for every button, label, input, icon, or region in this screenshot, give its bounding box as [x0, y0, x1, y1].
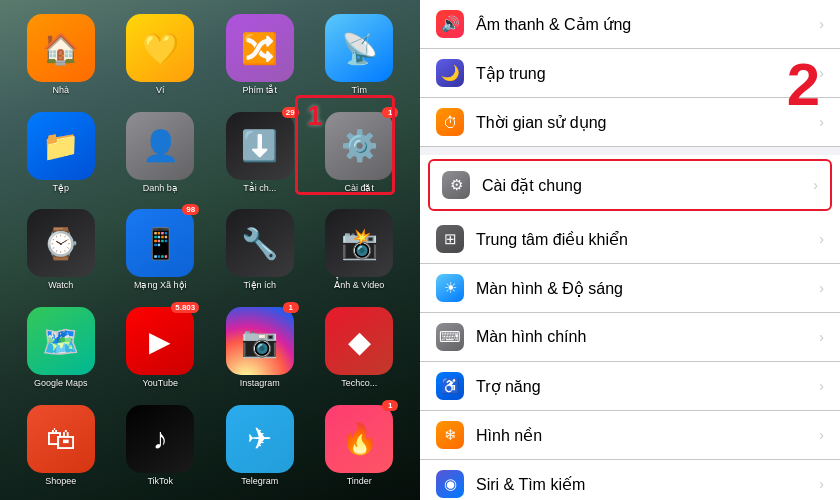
app-label-tim: Tìm — [352, 85, 368, 95]
app-label-nha: Nhà — [52, 85, 69, 95]
app-icon-shopee[interactable]: 🛍Shopee — [15, 400, 107, 490]
app-label-tiktok: TikTok — [147, 476, 173, 486]
settings-icon-general: ⚙ — [442, 171, 470, 199]
annotation-number-2: 2 — [787, 50, 820, 119]
app-label-tienich: Tiện ích — [243, 280, 276, 290]
settings-item-focus[interactable]: 🌙Tập trung› — [420, 49, 840, 98]
settings-item-screentime[interactable]: ⏱Thời gian sử dụng› — [420, 98, 840, 147]
settings-icon-control: ⊞ — [436, 225, 464, 253]
settings-icon-screentime: ⏱ — [436, 108, 464, 136]
settings-label-screentime: Thời gian sử dụng — [476, 113, 819, 132]
app-icon-youtube[interactable]: 5.803▶YouTube — [115, 303, 207, 393]
app-icon-anhvideo[interactable]: 📸Ảnh & Video — [314, 205, 406, 295]
chevron-icon-accessibility: › — [819, 378, 824, 394]
annotation-number-1: 1 — [307, 100, 323, 132]
settings-item-general[interactable]: ⚙Cài đặt chung› — [428, 159, 832, 211]
chevron-icon-focus: › — [819, 65, 824, 81]
settings-item-display[interactable]: ☀Màn hình & Độ sáng› — [420, 264, 840, 313]
settings-item-homescreen[interactable]: ⌨Màn hình chính› — [420, 313, 840, 362]
app-icon-taichieu[interactable]: 29⬇️Tải ch... — [214, 108, 306, 198]
app-label-caidat: Cài đặt — [344, 183, 374, 193]
settings-label-homescreen: Màn hình chính — [476, 328, 819, 346]
app-label-googlemaps: Google Maps — [34, 378, 88, 388]
settings-item-wallpaper[interactable]: ❄Hình nền› — [420, 411, 840, 460]
settings-label-general: Cài đặt chung — [482, 176, 813, 195]
chevron-icon-wallpaper: › — [819, 427, 824, 443]
settings-item-accessibility[interactable]: ♿Trợ năng› — [420, 362, 840, 411]
settings-icon-sound: 🔊 — [436, 10, 464, 38]
chevron-icon-screentime: › — [819, 114, 824, 130]
settings-label-sound: Âm thanh & Cảm ứng — [476, 15, 819, 34]
chevron-icon-control: › — [819, 231, 824, 247]
app-icon-tienich[interactable]: 🔧Tiện ích — [214, 205, 306, 295]
settings-label-wallpaper: Hình nền — [476, 426, 819, 445]
chevron-icon-display: › — [819, 280, 824, 296]
app-icon-watch[interactable]: ⌚Watch — [15, 205, 107, 295]
settings-item-sound[interactable]: 🔊Âm thanh & Cảm ứng› — [420, 0, 840, 49]
chevron-icon-sound: › — [819, 16, 824, 32]
app-icon-instagram[interactable]: 1📷Instagram — [214, 303, 306, 393]
app-icon-tim[interactable]: 📡Tìm — [314, 10, 406, 100]
app-icon-tinder[interactable]: 1🔥Tinder — [314, 400, 406, 490]
app-icon-caidat[interactable]: 1⚙️Cài đặt — [314, 108, 406, 198]
settings-panel: 🔊Âm thanh & Cảm ứng›🌙Tập trung›⏱Thời gia… — [420, 0, 840, 500]
settings-icon-homescreen: ⌨ — [436, 323, 464, 351]
app-label-tinder: Tinder — [347, 476, 372, 486]
app-label-techco: Techco... — [341, 378, 377, 388]
app-label-watch: Watch — [48, 280, 73, 290]
app-icon-nha[interactable]: 🏠Nhà — [15, 10, 107, 100]
app-label-anhvideo: Ảnh & Video — [334, 280, 384, 290]
app-label-tep: Tệp — [52, 183, 69, 193]
settings-label-display: Màn hình & Độ sáng — [476, 279, 819, 298]
app-icon-phimtat[interactable]: 🔀Phím tắt — [214, 10, 306, 100]
settings-icon-siri: ◉ — [436, 470, 464, 498]
settings-item-siri[interactable]: ◉Siri & Tìm kiếm› — [420, 460, 840, 500]
settings-item-control[interactable]: ⊞Trung tâm điều khiển› — [420, 215, 840, 264]
app-icon-danhba[interactable]: 👤Danh bạ — [115, 108, 207, 198]
app-icon-vi[interactable]: 💛Ví — [115, 10, 207, 100]
app-label-vi: Ví — [156, 85, 165, 95]
settings-icon-accessibility: ♿ — [436, 372, 464, 400]
app-label-taichieu: Tải ch... — [243, 183, 276, 193]
settings-list: 🔊Âm thanh & Cảm ứng›🌙Tập trung›⏱Thời gia… — [420, 0, 840, 500]
settings-label-accessibility: Trợ năng — [476, 377, 819, 396]
app-icon-telegram[interactable]: ✈Telegram — [214, 400, 306, 490]
app-grid: 🏠Nhà💛Ví🔀Phím tắt📡Tìm📁Tệp👤Danh bạ29⬇️Tải … — [0, 0, 420, 500]
chevron-icon-homescreen: › — [819, 329, 824, 345]
settings-icon-display: ☀ — [436, 274, 464, 302]
app-icon-tep[interactable]: 📁Tệp — [15, 108, 107, 198]
app-icon-techco[interactable]: ◆Techco... — [314, 303, 406, 393]
app-label-mangxahoi: Mạng Xã hội — [134, 280, 187, 290]
settings-label-siri: Siri & Tìm kiếm — [476, 475, 819, 494]
phone-screen: 🏠Nhà💛Ví🔀Phím tắt📡Tìm📁Tệp👤Danh bạ29⬇️Tải … — [0, 0, 420, 500]
app-label-phimtat: Phím tắt — [242, 85, 277, 95]
app-label-danhba: Danh bạ — [143, 183, 178, 193]
app-label-telegram: Telegram — [241, 476, 278, 486]
app-label-instagram: Instagram — [240, 378, 280, 388]
app-icon-googlemaps[interactable]: 🗺️Google Maps — [15, 303, 107, 393]
settings-label-focus: Tập trung — [476, 64, 819, 83]
chevron-icon-siri: › — [819, 476, 824, 492]
settings-icon-focus: 🌙 — [436, 59, 464, 87]
settings-label-control: Trung tâm điều khiển — [476, 230, 819, 249]
app-icon-mangxahoi[interactable]: 98📱Mạng Xã hội — [115, 205, 207, 295]
app-icon-tiktok[interactable]: ♪TikTok — [115, 400, 207, 490]
settings-icon-wallpaper: ❄ — [436, 421, 464, 449]
app-label-shopee: Shopee — [45, 476, 76, 486]
app-label-youtube: YouTube — [143, 378, 178, 388]
chevron-icon-general: › — [813, 177, 818, 193]
